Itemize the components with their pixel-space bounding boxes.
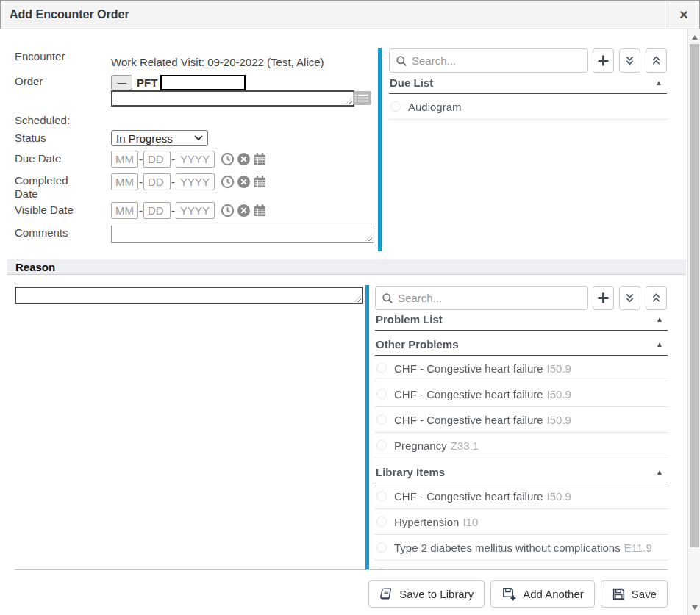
completed-date-dd-input[interactable] <box>143 173 171 190</box>
close-icon: ✕ <box>679 8 688 22</box>
comments-label: Comments <box>15 226 90 240</box>
problem-name: CHF - Congestive heart failure <box>394 490 543 503</box>
radio-icon[interactable] <box>376 363 387 373</box>
visible-date-label: Visible Date <box>15 204 90 217</box>
library-items-title: Library Items <box>376 466 445 478</box>
completed-date-mm-input[interactable] <box>111 173 138 190</box>
problem-code: I50.9 <box>547 388 571 400</box>
scroll-up-icon <box>692 35 698 40</box>
other-problems-header[interactable]: Other Problems ▲ <box>375 338 668 356</box>
status-select[interactable]: In Progress <box>111 130 208 146</box>
order-secondary-input[interactable] <box>111 90 354 107</box>
problem-item[interactable]: CHF - Congestive heart failureI50.9 <box>375 407 668 433</box>
due-date-yyyy-input[interactable] <box>176 151 215 168</box>
order-secondary-wrap <box>111 90 354 107</box>
problem-item[interactable]: CHF - Congestive heart failureI50.9 <box>375 381 668 407</box>
due-date-label: Due Date <box>15 152 90 165</box>
calendar-icon[interactable] <box>253 152 267 166</box>
clock-icon[interactable] <box>221 152 235 166</box>
radio-icon[interactable] <box>390 101 401 112</box>
problem-name: Pregnancy <box>394 439 447 452</box>
radio-icon[interactable] <box>376 542 387 553</box>
scroll-up-button[interactable] <box>688 31 700 43</box>
clear-date-icon[interactable] <box>237 152 251 166</box>
collapse-icon: ▲ <box>656 340 663 348</box>
save-label: Save <box>632 588 657 600</box>
calendar-icon[interactable] <box>253 204 267 217</box>
library-item[interactable]: CHF - Congestive heart failureI50.9 <box>375 483 668 509</box>
problem-search-input[interactable] <box>398 292 582 304</box>
problem-name: CHF - Congestive heart failure <box>394 414 543 426</box>
date-dash: - <box>139 204 143 217</box>
due-search-box <box>389 48 588 73</box>
due-list-header[interactable]: Due List ▲ <box>389 76 667 94</box>
due-item-label: Audiogram <box>408 101 462 113</box>
clock-icon[interactable] <box>221 175 235 189</box>
chevron-down-icon <box>194 135 203 141</box>
date-dash: - <box>171 176 175 188</box>
due-date-mm-input[interactable] <box>111 151 138 168</box>
encounter-value: Work Related Visit: 09-20-2022 (Test, Al… <box>111 56 324 68</box>
remove-order-button[interactable]: — <box>111 75 132 90</box>
clear-date-icon[interactable] <box>237 175 251 189</box>
save-icon <box>612 587 626 601</box>
add-another-button[interactable]: Add Another <box>490 580 595 608</box>
search-icon <box>396 55 407 67</box>
due-search-input[interactable] <box>412 54 582 67</box>
due-collapse-all-button[interactable] <box>646 48 667 73</box>
add-another-label: Add Another <box>523 588 584 600</box>
reason-input[interactable] <box>15 287 363 304</box>
double-chevron-up-icon <box>651 292 662 303</box>
other-problems-title: Other Problems <box>376 338 459 350</box>
due-list-item[interactable]: Audiogram <box>389 94 667 120</box>
save-button[interactable]: Save <box>601 580 668 608</box>
clear-date-icon[interactable] <box>237 204 251 217</box>
radio-icon[interactable] <box>376 414 387 425</box>
date-dash: - <box>171 204 175 217</box>
dialog-header: Add Encounter Order ✕ <box>0 0 700 29</box>
close-button[interactable]: ✕ <box>668 1 699 29</box>
save-to-library-label: Save to Library <box>399 588 474 600</box>
radio-icon[interactable] <box>376 440 387 450</box>
visible-date-row: - - <box>111 202 267 219</box>
search-icon <box>382 292 393 304</box>
calendar-icon[interactable] <box>253 175 267 189</box>
problem-list-header[interactable]: Problem List ▲ <box>375 313 668 331</box>
date-dash: - <box>139 153 143 165</box>
problem-expand-all-button[interactable] <box>619 286 640 310</box>
problem-item[interactable]: CHF - Congestive heart failureI50.9 <box>375 356 668 381</box>
order-input[interactable] <box>160 75 246 90</box>
collapse-icon: ▲ <box>656 468 663 476</box>
order-list-button[interactable] <box>352 90 372 107</box>
library-item[interactable]: Type 1 diabetes mellitus without complic… <box>375 561 668 569</box>
problem-add-button[interactable] <box>593 286 614 310</box>
radio-icon[interactable] <box>376 517 387 527</box>
library-items-header[interactable]: Library Items ▲ <box>375 466 668 483</box>
problem-item[interactable]: PregnancyZ33.1 <box>375 433 668 458</box>
radio-icon[interactable] <box>376 491 387 501</box>
double-chevron-up-icon <box>651 55 662 66</box>
radio-icon[interactable] <box>376 389 387 399</box>
completed-date-yyyy-input[interactable] <box>176 173 215 190</box>
visible-date-dd-input[interactable] <box>143 202 171 219</box>
reason-section-bar: Reason <box>7 259 686 275</box>
due-date-dd-input[interactable] <box>143 151 171 168</box>
visible-date-mm-input[interactable] <box>111 202 138 219</box>
save-to-library-button[interactable]: Save to Library <box>368 580 485 608</box>
completed-date-row: - - <box>111 173 267 190</box>
vertical-scrollbar[interactable] <box>688 29 700 615</box>
scroll-down-button[interactable] <box>688 601 700 614</box>
due-list-section: Due List ▲ Audiogram <box>389 76 667 120</box>
library-item[interactable]: Type 2 diabetes mellitus without complic… <box>375 535 668 561</box>
clock-icon[interactable] <box>221 204 235 217</box>
due-expand-all-button[interactable] <box>619 48 640 73</box>
due-add-button[interactable] <box>593 48 614 73</box>
visible-date-yyyy-input[interactable] <box>176 202 215 219</box>
problem-search-box <box>375 286 588 310</box>
plus-icon <box>597 54 610 67</box>
library-item[interactable]: HypertensionI10 <box>375 509 668 535</box>
problem-collapse-all-button[interactable] <box>646 286 667 310</box>
comments-wrap <box>111 226 374 243</box>
comments-input[interactable] <box>111 226 374 243</box>
scrollbar-thumb[interactable] <box>690 44 699 547</box>
